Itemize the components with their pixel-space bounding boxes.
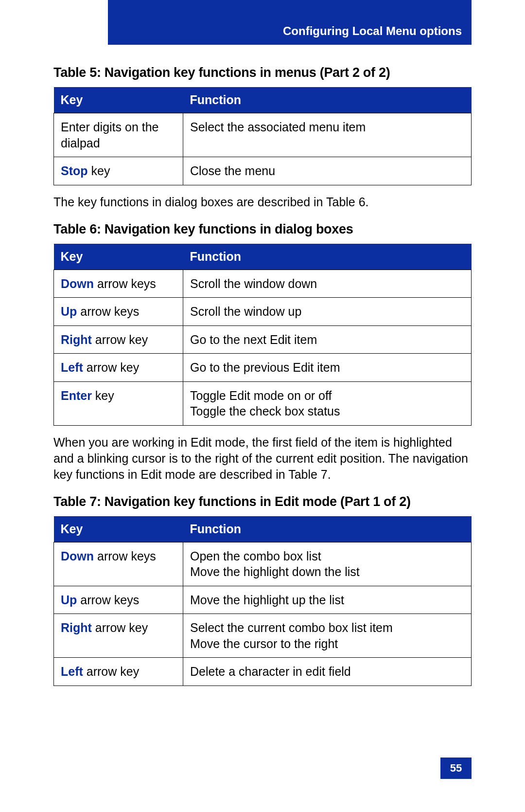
page-number-badge: 55 (440, 758, 472, 779)
key-cell: Right arrow key (54, 325, 183, 354)
key-plain: arrow keys (77, 593, 139, 607)
key-bold: Down (61, 277, 94, 290)
key-cell: Down arrow keys (54, 542, 183, 586)
key-cell: Right arrow key (54, 614, 183, 658)
key-bold: Left (61, 361, 83, 374)
key-plain: arrow keys (94, 277, 156, 290)
table7-caption: Table 7: Navigation key functions in Edi… (53, 494, 472, 509)
key-plain: key (88, 164, 110, 178)
table7-head-func: Function (183, 516, 472, 542)
table-row: Enter digits on the dialpadSelect the as… (54, 113, 472, 157)
page-number: 55 (450, 762, 462, 775)
key-cell: Left arrow key (54, 354, 183, 382)
key-plain: arrow key (92, 333, 148, 346)
key-bold: Right (61, 621, 92, 634)
section-title: Configuring Local Menu options (283, 24, 462, 38)
table-row: Enter keyToggle Edit mode on or offToggl… (54, 381, 472, 425)
function-cell: Select the current combo box list itemMo… (183, 614, 472, 658)
key-bold: Up (61, 593, 77, 607)
table5-head-key: Key (54, 87, 183, 113)
key-bold: Right (61, 333, 92, 346)
table-row: Left arrow keyGo to the previous Edit it… (54, 354, 472, 382)
key-plain: arrow keys (94, 549, 156, 563)
key-plain: Enter digits on the dialpad (61, 120, 159, 150)
key-cell: Enter digits on the dialpad (54, 113, 183, 157)
table-row: Down arrow keysScroll the window down (54, 270, 472, 298)
function-cell: Go to the previous Edit item (183, 354, 472, 382)
key-cell: Left arrow key (54, 658, 183, 686)
function-cell: Scroll the window down (183, 270, 472, 298)
table7-body: Down arrow keysOpen the combo box listMo… (54, 542, 472, 686)
table5-caption: Table 5: Navigation key functions in men… (53, 65, 472, 80)
table-row: Right arrow keyGo to the next Edit item (54, 325, 472, 354)
section-header: Configuring Local Menu options (108, 0, 472, 45)
key-cell: Up arrow keys (54, 298, 183, 326)
table-row: Right arrow keySelect the current combo … (54, 614, 472, 658)
function-cell: Select the associated menu item (183, 113, 472, 157)
key-cell: Stop key (54, 157, 183, 185)
table6: Key Function Down arrow keysScroll the w… (53, 244, 472, 426)
function-cell: Move the highlight up the list (183, 586, 472, 614)
key-cell: Down arrow keys (54, 270, 183, 298)
key-plain: arrow key (83, 665, 139, 678)
table6-head-func: Function (183, 244, 472, 270)
function-cell: Scroll the window up (183, 298, 472, 326)
table5-head-func: Function (183, 87, 472, 113)
function-cell: Open the combo box listMove the highligh… (183, 542, 472, 586)
table5-body: Enter digits on the dialpadSelect the as… (54, 113, 472, 185)
table7: Key Function Down arrow keysOpen the com… (53, 516, 472, 686)
key-cell: Up arrow keys (54, 586, 183, 614)
table6-body: Down arrow keysScroll the window downUp … (54, 270, 472, 425)
key-cell: Enter key (54, 381, 183, 425)
function-cell: Delete a character in edit field (183, 658, 472, 686)
key-bold: Down (61, 549, 94, 563)
table-row: Left arrow keyDelete a character in edit… (54, 658, 472, 686)
table-row: Up arrow keysScroll the window up (54, 298, 472, 326)
function-cell: Go to the next Edit item (183, 325, 472, 354)
key-bold: Up (61, 305, 77, 318)
table-row: Stop keyClose the menu (54, 157, 472, 185)
table5: Key Function Enter digits on the dialpad… (53, 87, 472, 185)
key-plain: arrow keys (77, 305, 139, 318)
table-row: Down arrow keysOpen the combo box listMo… (54, 542, 472, 586)
key-plain: key (92, 389, 114, 402)
table6-caption: Table 6: Navigation key functions in dia… (53, 222, 472, 237)
table6-head-key: Key (54, 244, 183, 270)
key-plain: arrow key (83, 361, 139, 374)
paragraph: The key functions in dialog boxes are de… (53, 194, 472, 210)
function-cell: Toggle Edit mode on or offToggle the che… (183, 381, 472, 425)
key-plain: arrow key (92, 621, 148, 634)
table-row: Up arrow keysMove the highlight up the l… (54, 586, 472, 614)
content: Table 5: Navigation key functions in men… (53, 54, 472, 686)
key-bold: Left (61, 665, 83, 678)
table7-head-key: Key (54, 516, 183, 542)
key-bold: Stop (61, 164, 88, 178)
page: Configuring Local Menu options Table 5: … (0, 0, 525, 812)
key-bold: Enter (61, 389, 92, 402)
function-cell: Close the menu (183, 157, 472, 185)
paragraph: When you are working in Edit mode, the f… (53, 434, 472, 483)
